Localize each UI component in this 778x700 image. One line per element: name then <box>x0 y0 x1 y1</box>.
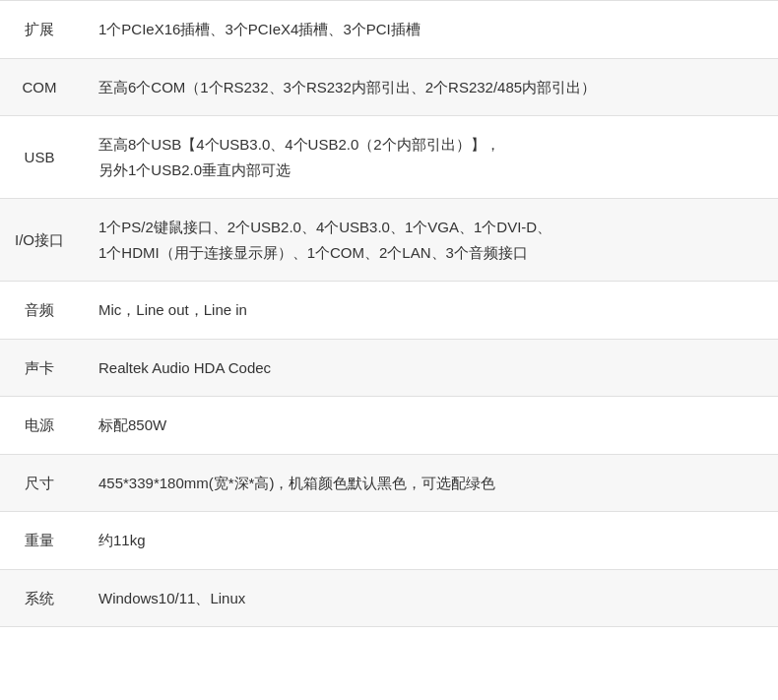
table-row: 音频Mic，Line out，Line in <box>0 282 778 340</box>
table-row: USB至高8个USB【4个USB3.0、4个USB2.0（2个内部引出）】，另外… <box>0 116 778 199</box>
row-label: 尺寸 <box>0 454 79 512</box>
row-value: 455*339*180mm(宽*深*高)，机箱颜色默认黑色，可选配绿色 <box>79 454 778 512</box>
row-label: COM <box>0 58 79 116</box>
table-row: 声卡Realtek Audio HDA Codec <box>0 339 778 397</box>
row-value: 约11kg <box>79 512 778 570</box>
spec-table: 扩展1个PCIeX16插槽、3个PCIeX4插槽、3个PCI插槽COM至高6个C… <box>0 0 778 627</box>
row-label: 系统 <box>0 569 79 627</box>
row-value: 至高6个COM（1个RS232、3个RS232内部引出、2个RS232/485内… <box>79 58 778 116</box>
table-row: COM至高6个COM（1个RS232、3个RS232内部引出、2个RS232/4… <box>0 58 778 116</box>
row-value: 1个PCIeX16插槽、3个PCIeX4插槽、3个PCI插槽 <box>79 1 778 59</box>
table-row: 重量约11kg <box>0 512 778 570</box>
row-label: 电源 <box>0 397 79 455</box>
table-row: 扩展1个PCIeX16插槽、3个PCIeX4插槽、3个PCI插槽 <box>0 1 778 59</box>
row-value: 标配850W <box>79 397 778 455</box>
row-label: 扩展 <box>0 1 79 59</box>
row-value: 至高8个USB【4个USB3.0、4个USB2.0（2个内部引出）】，另外1个U… <box>79 116 778 199</box>
table-row: 尺寸455*339*180mm(宽*深*高)，机箱颜色默认黑色，可选配绿色 <box>0 454 778 512</box>
row-label: USB <box>0 116 79 199</box>
table-row: I/O接口1个PS/2键鼠接口、2个USB2.0、4个USB3.0、1个VGA、… <box>0 199 778 282</box>
row-value: Mic，Line out，Line in <box>79 282 778 340</box>
row-value: Windows10/11、Linux <box>79 569 778 627</box>
row-label: 声卡 <box>0 339 79 397</box>
row-value: 1个PS/2键鼠接口、2个USB2.0、4个USB3.0、1个VGA、1个DVI… <box>79 199 778 282</box>
row-label: 重量 <box>0 512 79 570</box>
table-row: 系统Windows10/11、Linux <box>0 569 778 627</box>
row-value: Realtek Audio HDA Codec <box>79 339 778 397</box>
row-label: 音频 <box>0 282 79 340</box>
table-row: 电源标配850W <box>0 397 778 455</box>
row-label: I/O接口 <box>0 199 79 282</box>
